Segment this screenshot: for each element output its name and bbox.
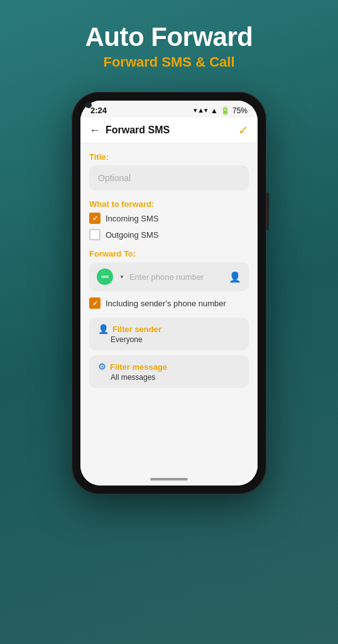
filter-message-icon: ⚙ <box>98 362 106 372</box>
filter-sender-title: 👤 Filter sender <box>98 324 240 334</box>
including-sender-label: Including sender's phone number <box>106 299 226 308</box>
contact-icon[interactable]: 👤 <box>229 271 241 283</box>
title-input[interactable]: Optional <box>89 165 249 191</box>
outgoing-sms-row[interactable]: Outgoing SMS <box>89 229 249 240</box>
outgoing-sms-label: Outgoing SMS <box>106 230 159 240</box>
filter-sender-value: Everyone <box>111 335 240 344</box>
including-sender-row[interactable]: ✓ Including sender's phone number <box>89 297 249 309</box>
home-indicator <box>80 474 258 486</box>
battery-icon: 🔋 <box>221 106 230 115</box>
filter-sender-icon: 👤 <box>98 324 109 334</box>
confirm-button[interactable]: ✓ <box>238 123 249 138</box>
incoming-sms-checkbox[interactable]: ✓ <box>89 213 101 224</box>
forward-to-section: Forward To: SMS ▼ Enter phone number 👤 ✓… <box>89 249 249 309</box>
battery-percent: 75% <box>232 106 248 115</box>
outgoing-sms-checkbox[interactable] <box>89 229 101 240</box>
app-header: Auto Forward Forward SMS & Call <box>73 0 266 86</box>
nav-bar: ← Forward SMS ✓ <box>80 118 258 143</box>
phone-power-button <box>266 192 269 230</box>
filter-sender-row[interactable]: 👤 Filter sender Everyone <box>89 318 249 350</box>
sms-badge-text: SMS <box>101 275 109 279</box>
including-sender-checkbox[interactable]: ✓ <box>89 297 101 309</box>
filter-message-value: All messages <box>111 373 240 382</box>
app-title: Auto Forward <box>85 23 253 52</box>
filter-message-title: ⚙ Filter message <box>98 362 240 372</box>
check-icon-2: ✓ <box>92 299 98 308</box>
status-time: 2:24 <box>90 106 107 115</box>
what-to-forward-section: What to forward: ✓ Incoming SMS Outgoing… <box>89 199 249 240</box>
form-content: Title: Optional What to forward: ✓ Incom… <box>80 143 258 474</box>
status-bar: 2:24 ▾▲▾ ▲ 🔋 75% <box>80 101 258 118</box>
filter-message-label: Filter message <box>110 362 167 372</box>
dropdown-arrow-icon[interactable]: ▼ <box>119 274 124 280</box>
back-button[interactable]: ← <box>89 124 101 137</box>
filter-sender-label: Filter sender <box>112 325 161 334</box>
incoming-sms-row[interactable]: ✓ Incoming SMS <box>89 213 249 224</box>
phone-input-row[interactable]: SMS ▼ Enter phone number 👤 <box>89 262 249 291</box>
wifi-icon: ▾▲▾ <box>194 106 208 114</box>
sms-badge: SMS <box>97 269 113 285</box>
title-label: Title: <box>89 152 249 162</box>
phone-number-input[interactable]: Enter phone number <box>129 272 224 282</box>
app-subtitle: Forward SMS & Call <box>85 54 253 70</box>
what-to-forward-label: What to forward: <box>89 199 249 209</box>
nav-title: Forward SMS <box>106 125 170 136</box>
status-icons: ▾▲▾ ▲ 🔋 75% <box>194 106 248 115</box>
wifi-signal-icon: ▲ <box>210 106 218 115</box>
check-icon: ✓ <box>92 214 98 223</box>
filter-message-row[interactable]: ⚙ Filter message All messages <box>89 355 249 388</box>
forward-to-label: Forward To: <box>89 249 249 258</box>
phone-screen: 2:24 ▾▲▾ ▲ 🔋 75% ← Forward SMS ✓ Title: … <box>80 101 258 486</box>
nav-left: ← Forward SMS <box>89 124 170 137</box>
home-bar <box>150 478 188 480</box>
phone-mockup: 2:24 ▾▲▾ ▲ 🔋 75% ← Forward SMS ✓ Title: … <box>72 92 266 494</box>
incoming-sms-label: Incoming SMS <box>106 214 159 223</box>
